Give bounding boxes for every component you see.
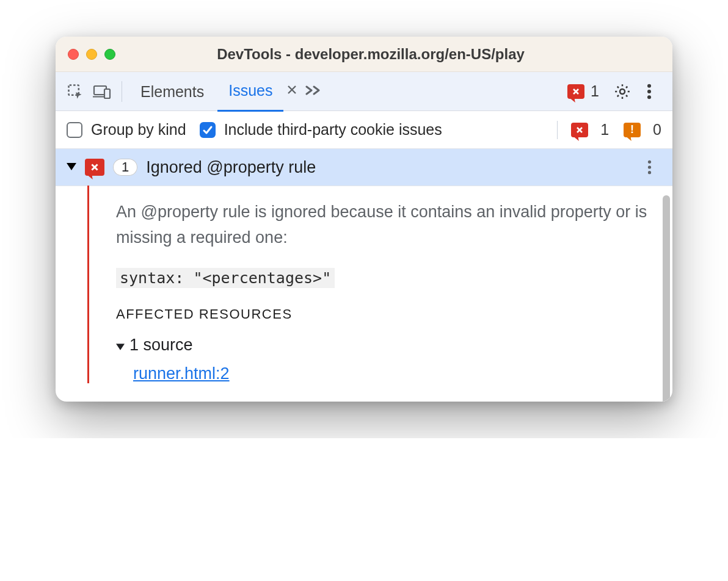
svg-rect-3 [104, 89, 110, 98]
include-third-party-checkbox[interactable] [200, 122, 216, 138]
source-link[interactable]: runner.html:2 [133, 364, 230, 383]
titlebar: DevTools - developer.mozilla.org/en-US/p… [56, 37, 672, 72]
tab-label: Issues [228, 82, 272, 99]
svg-marker-12 [116, 344, 125, 350]
source-summary-text: 1 source [129, 336, 193, 355]
svg-marker-8 [67, 163, 76, 170]
close-tab-icon[interactable] [286, 84, 298, 99]
tab-elements[interactable]: Elements [129, 72, 215, 111]
disclosure-triangle-icon[interactable] [116, 336, 125, 355]
disclosure-triangle-icon[interactable] [67, 162, 76, 173]
include-third-party-label: Include third-party cookie issues [224, 121, 442, 139]
error-count: 1 [600, 121, 609, 139]
severity-rail [87, 186, 89, 383]
error-badge-icon[interactable] [571, 123, 588, 137]
issue-header[interactable]: 1 Ignored @property rule [56, 149, 672, 186]
issue-body: An @property rule is ignored because it … [56, 186, 672, 402]
devtools-window: DevTools - developer.mozilla.org/en-US/p… [56, 37, 672, 402]
issue-description: An @property rule is ignored because it … [116, 200, 654, 251]
issue-count-badge: 1 [113, 159, 137, 176]
tab-issues[interactable]: Issues [217, 71, 283, 112]
toolbar-divider [122, 81, 122, 102]
svg-point-10 [647, 165, 650, 168]
error-count: 1 [591, 82, 599, 100]
close-window-button[interactable] [68, 49, 79, 60]
group-by-kind-label: Group by kind [91, 121, 186, 139]
filter-divider [557, 121, 558, 139]
svg-point-4 [620, 89, 625, 94]
tab-label: Elements [140, 83, 204, 101]
issue-title: Ignored @property rule [146, 158, 628, 177]
settings-icon[interactable] [610, 79, 635, 104]
scrollbar-thumb[interactable] [663, 195, 670, 402]
toolbar: Elements Issues 1 [56, 72, 672, 111]
issue-code-snippet: syntax: "<percentages>" [116, 268, 335, 288]
warning-badge-icon[interactable]: ! [624, 123, 641, 137]
svg-point-11 [647, 171, 650, 174]
more-tabs-icon[interactable] [304, 83, 325, 100]
more-options-icon[interactable] [637, 79, 661, 104]
warning-count: 0 [653, 121, 661, 139]
issues-filter-bar: Group by kind Include third-party cookie… [56, 111, 672, 149]
issue-more-icon[interactable] [637, 155, 661, 179]
group-by-kind-checkbox[interactable] [67, 122, 82, 138]
source-summary-row[interactable]: 1 source [116, 336, 654, 355]
window-title: DevTools - developer.mozilla.org/en-US/p… [81, 46, 660, 63]
inspect-element-icon[interactable] [63, 79, 87, 104]
error-badge-icon[interactable] [567, 84, 584, 99]
svg-point-7 [647, 95, 651, 99]
issue-error-icon [85, 159, 104, 176]
svg-point-9 [647, 161, 650, 164]
affected-resources-heading: AFFECTED RESOURCES [116, 306, 654, 322]
svg-point-6 [647, 89, 651, 93]
svg-point-5 [647, 84, 651, 87]
device-toolbar-icon[interactable] [90, 79, 114, 104]
